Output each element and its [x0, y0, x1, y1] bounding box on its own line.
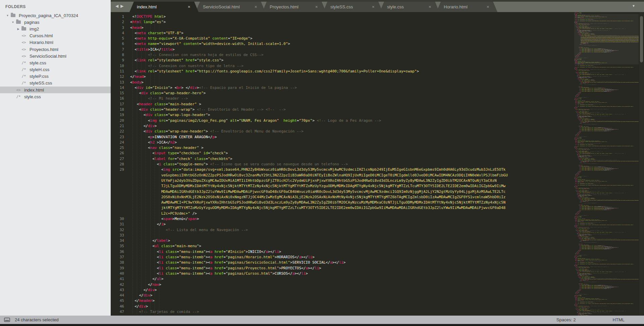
tree-item-proyecto-pagina-ica-070324[interactable]: ▼Proyecto_pagina_ICA_070324 [0, 12, 111, 19]
tab-overflow-icon[interactable]: ▼ [632, 4, 635, 8]
code-token: "width=device-width, Initial-scale=1.0" [589, 260, 606, 261]
code-token: = [177, 260, 179, 265]
code-line: 3<head> [111, 25, 644, 31]
tree-item-img2[interactable]: ▶img2 [0, 25, 111, 32]
code-token: ></ [268, 250, 275, 254]
code-line: 5 <meta http-equiv="X-UA-Compatible" con… [111, 36, 644, 41]
tab-label: Horario.html [444, 4, 468, 9]
tab-style-css[interactable]: style.css✕ [380, 2, 439, 12]
code-token: label [157, 238, 168, 243]
code-token: div [144, 293, 150, 297]
code-token: "70px" [609, 114, 611, 115]
tree-item-cursos-html[interactable]: <>Cursos.html [0, 33, 111, 39]
vertical-scrollbar[interactable] [639, 12, 644, 316]
line-number: 14 [111, 85, 124, 91]
code-token: p [212, 135, 215, 139]
code-area[interactable]: 1 <!DOCTYPE html>2<html lang="es">3<head… [111, 12, 644, 315]
tree-item-index-html[interactable]: <>index.html [0, 87, 111, 93]
minimap-line: <link rel="stylesheet" href="https://fon… [574, 185, 639, 186]
disclosure-triangle-icon[interactable]: ▼ [11, 21, 15, 24]
tab-index-html[interactable]: index.html✕ [129, 2, 199, 12]
code-token: class [152, 102, 166, 106]
code-token: > [168, 238, 170, 243]
tree-item-paginas[interactable]: ▼paginas [0, 19, 111, 25]
code-line: 2<html lang="es"> [111, 19, 644, 25]
code-token: > [306, 271, 308, 276]
tab-serviciosocial-html[interactable]: ServicioSocial.html✕ [196, 2, 265, 12]
tab-close-icon[interactable]: ✕ [372, 2, 375, 12]
code-line: 9 <link rel="stylesheet" href="style.css… [111, 58, 644, 63]
tree-item-label: style.css [24, 94, 41, 99]
code-line: 26 <input type="checkbox" id="check"> [111, 151, 644, 156]
disclosure-triangle-icon[interactable]: ▼ [5, 14, 10, 17]
tab-forward-icon[interactable]: ▶ [120, 4, 123, 8]
code-line: 43 </div> [111, 287, 644, 293]
code-token: "https://fonts.googleapis.com/css2?famil… [588, 106, 633, 107]
code-token: "paginas/img2/Logo_Fes.png" [582, 74, 594, 75]
code-token: > [589, 228, 590, 229]
disclosure-triangle-icon[interactable]: ▶ [16, 28, 20, 31]
tab-close-icon[interactable]: ✕ [255, 2, 257, 12]
tab-back-icon[interactable]: ◀ [115, 4, 118, 8]
tab-horario-html[interactable]: Horario.html✕ [436, 2, 497, 12]
scrollbar-thumb[interactable] [640, 16, 643, 62]
code-token: >Menú</ [583, 83, 586, 84]
folder-icon [10, 13, 16, 18]
code-token: < [130, 255, 159, 259]
tab-styless-css[interactable]: styleSS.css✕ [323, 2, 383, 12]
tab-proyectos-html[interactable]: Proyectos.html✕ [262, 2, 326, 12]
tree-item-styless-css[interactable]: /*styleSS.css [0, 80, 111, 87]
tree-item-proyectos-html[interactable]: <>Proyectos.html [0, 46, 111, 53]
code-token: > [319, 266, 321, 270]
line-number: 34 [111, 238, 124, 243]
code-token: > [588, 122, 588, 123]
code-token: < [130, 146, 150, 150]
tab-close-icon[interactable]: ✕ [188, 2, 191, 12]
tab-bar: ◀ ▶ index.html✕ServicioSocial.html✕Proye… [111, 0, 644, 12]
code-token: <!-- Espacio para el Inicio de la pagina… [588, 69, 608, 70]
syntax-indicator[interactable]: HTML [613, 317, 625, 322]
tree-item-styleh-css[interactable]: /*styleH.css [0, 66, 111, 73]
tab-close-icon[interactable]: ✕ [315, 2, 318, 12]
code-token: "UNAM, Fes Aragon" [596, 74, 604, 75]
code-token: "width=device-width, Initial-scale=1.0" [201, 42, 288, 46]
tab-label: index.html [137, 4, 157, 9]
tree-item-style-css[interactable]: /*style.css [0, 59, 111, 66]
code-token: href [212, 271, 223, 276]
tree-item-style-css[interactable]: /*style.css [0, 93, 111, 100]
minimap[interactable]: <!DOCTYPE html><html lang="es"><head> <m… [574, 12, 639, 316]
code-token: href [183, 69, 195, 73]
tree-item-stylep-css[interactable]: /*styleP.css [0, 73, 111, 80]
code-token: > [633, 303, 633, 304]
code-line: 42 </nav> [111, 282, 644, 287]
code-token: nav [152, 282, 159, 287]
code-token: > [581, 171, 581, 172]
code-token: < [130, 250, 159, 254]
tab-close-icon[interactable]: ✕ [487, 2, 489, 12]
code-token: "data:image/svg+xml;base64,PHN2ZyB4bWxuc… [585, 121, 639, 122]
folder-icon [11, 14, 15, 17]
code-token: "UTF-8" [166, 31, 181, 35]
code-editor[interactable]: 1 <!DOCTYPE html>2<html lang="es">3<head… [111, 12, 644, 316]
code-token: input [155, 151, 166, 155]
code-token: "https://fonts.googleapis.com/css2?famil… [588, 185, 633, 186]
code-token: > [618, 208, 618, 209]
tab-close-icon[interactable]: ✕ [429, 2, 431, 12]
code-token: "stylesheet" [580, 303, 585, 304]
indent-indicator[interactable]: Spaces: 2 [556, 317, 576, 322]
code-line: MDAwMDAiIGRhdGEtb3JpZ2luYWw9IiMwMDAwMDAi… [111, 189, 644, 195]
tree-item-horario-html[interactable]: <>Horario.html [0, 39, 111, 46]
code-token: id [144, 86, 150, 90]
code-token: <!-- Envoltorio del Menu de Navegación -… [591, 115, 610, 116]
code-token: > [581, 99, 581, 100]
tree-item-serviciosocial-html[interactable]: <>ServicioSocial.html [0, 53, 111, 59]
code-token: > [581, 52, 581, 53]
code-token: class [148, 107, 161, 112]
code-token: < [130, 42, 137, 46]
code-token: <!-- Envoltorio del Menu de Navegación -… [591, 312, 610, 313]
code-token: src [170, 167, 179, 172]
code-token: "wrap-header-hero" [163, 91, 203, 95]
code-token: <!-- Conexcion con nuestra hoja de estil… [130, 53, 263, 57]
code-token: "stylesheet" [580, 264, 585, 265]
line-number: 15 [111, 91, 124, 96]
